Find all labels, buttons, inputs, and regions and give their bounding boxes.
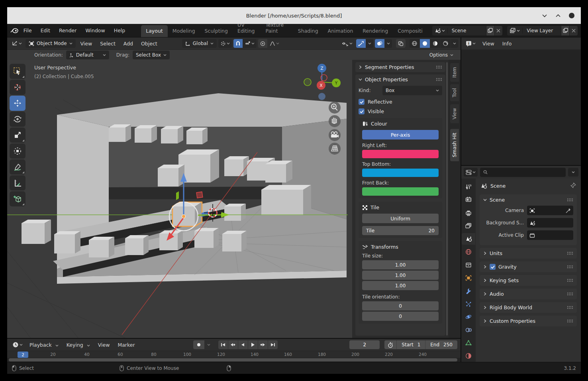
colour-header[interactable]: Colour [362, 121, 439, 127]
close-button[interactable] [568, 12, 575, 19]
rigid-body-world-panel[interactable]: Rigid Body World [480, 302, 577, 313]
shading-material-button[interactable] [430, 39, 440, 48]
menu-info-view[interactable]: View [479, 39, 498, 48]
top-bottom-color-field[interactable] [362, 169, 439, 177]
viewport-canvas[interactable]: User Perspective (2) Collection | Cube.0… [7, 60, 461, 338]
zoom-button[interactable] [329, 102, 341, 114]
end-frame-field[interactable]: End 250 [425, 340, 457, 349]
tab-particles[interactable] [462, 298, 475, 310]
menu-render[interactable]: Render [55, 26, 81, 35]
properties-filter-button[interactable] [568, 168, 578, 177]
menu-timeline-view[interactable]: View [95, 341, 113, 349]
gravity-panel[interactable]: Gravity [480, 261, 577, 272]
menu-help[interactable]: Help [110, 26, 129, 35]
reflective-checkbox-row[interactable]: Reflective [359, 99, 442, 105]
background-scene-field[interactable] [527, 218, 573, 228]
scene-name[interactable]: Scene [448, 28, 486, 33]
menu-window[interactable]: Window [81, 26, 109, 35]
view-layer-remove-button[interactable] [569, 26, 578, 35]
snap-settings-button[interactable] [243, 39, 257, 48]
properties-search[interactable] [480, 168, 566, 177]
tool-cursor[interactable] [10, 80, 25, 95]
properties-editor-type-button[interactable] [464, 168, 478, 177]
start-frame-field[interactable]: Start 1 [396, 340, 425, 349]
proportional-edit-button[interactable] [258, 39, 267, 48]
gizmos-settings-button[interactable] [366, 39, 373, 48]
scene-panel-header[interactable]: Scene [483, 197, 573, 203]
pin-button[interactable] [570, 183, 576, 189]
drag-grip[interactable] [436, 78, 442, 81]
per-axis-button[interactable]: Per-axis [362, 130, 439, 139]
tab-modifiers[interactable] [462, 285, 475, 297]
shading-wireframe-button[interactable] [410, 39, 419, 48]
snap-toggle-button[interactable] [233, 39, 243, 48]
gravity-checkbox[interactable] [490, 264, 496, 270]
workspace-tab-layout[interactable]: Layout [141, 25, 168, 37]
tab-collection[interactable] [462, 259, 475, 271]
previous-keyframe-button[interactable] [228, 340, 238, 349]
drag-grip[interactable] [567, 279, 573, 282]
tab-render[interactable] [462, 194, 475, 206]
minimize-button[interactable] [541, 12, 548, 19]
tab-data[interactable] [462, 337, 475, 349]
active-clip-field[interactable] [527, 230, 573, 240]
overlays-toggle-button[interactable] [375, 39, 384, 48]
menu-file[interactable]: File [20, 26, 36, 35]
snap-target-button[interactable] [218, 39, 232, 48]
eyedropper-icon[interactable] [566, 208, 571, 213]
workspace-tab-shading[interactable]: Shading [293, 25, 323, 37]
axis-ball-negz[interactable] [318, 93, 325, 100]
front-back-color-field[interactable] [362, 187, 439, 196]
uniform-button[interactable]: Uniform [362, 214, 439, 223]
play-button[interactable] [248, 340, 258, 349]
drag-grip[interactable] [567, 306, 573, 309]
gizmos-toggle-button[interactable] [356, 39, 366, 48]
xray-toggle-button[interactable] [396, 39, 406, 48]
sidebar-tab-view[interactable]: View [450, 104, 459, 123]
blender-logo-icon[interactable] [10, 27, 19, 34]
timeline-ruler[interactable]: 2 20 40 60 80 100 120 140 160 180 200 22… [7, 351, 461, 358]
units-panel[interactable]: Units [480, 248, 577, 259]
auto-keying-button[interactable] [193, 340, 204, 349]
visible-checkbox[interactable] [359, 108, 365, 114]
view-layer-browse-button[interactable] [507, 28, 523, 33]
pan-button[interactable] [329, 115, 341, 127]
tile-slider[interactable]: Tile 20 [362, 226, 439, 235]
proportional-falloff-button[interactable] [268, 39, 281, 48]
tool-scale[interactable] [10, 128, 25, 143]
drag-grip[interactable] [567, 292, 573, 296]
tab-scene[interactable] [462, 233, 475, 245]
next-keyframe-button[interactable] [258, 340, 268, 349]
view-layer-name[interactable]: View Layer [523, 28, 561, 33]
tab-material[interactable] [462, 350, 475, 362]
visible-checkbox-row[interactable]: Visible [359, 108, 442, 114]
keying-sets-panel[interactable]: Keying Sets [480, 275, 577, 286]
tab-world[interactable] [462, 246, 475, 258]
view-layer-new-button[interactable] [561, 26, 569, 35]
sidebar-tab-tool[interactable]: Tool [450, 84, 459, 101]
search-input[interactable] [490, 169, 563, 175]
reflective-checkbox[interactable] [359, 99, 365, 105]
sidebar-tab-smash-hit[interactable]: Smash Hit [450, 129, 459, 161]
drag-setting-dropdown[interactable]: Select Box [133, 51, 170, 59]
menu-keying[interactable]: Keying [63, 341, 93, 349]
shading-rendered-button[interactable] [441, 39, 451, 48]
info-log-area[interactable] [461, 49, 581, 165]
drag-grip[interactable] [567, 251, 573, 255]
tile-orientation-y-field[interactable]: 0 [362, 312, 439, 321]
tile-size-z-field[interactable]: 1.00 [362, 281, 439, 290]
tab-output[interactable] [462, 207, 475, 219]
menu-info-info[interactable]: Info [499, 39, 515, 48]
tile-orientation-x-field[interactable]: 0 [362, 301, 439, 310]
previous-frame-button[interactable] [238, 340, 248, 349]
tool-annotate[interactable] [10, 159, 25, 175]
tool-add-cube[interactable] [10, 191, 25, 206]
audio-panel[interactable]: Audio [480, 289, 577, 299]
tab-physics[interactable] [462, 311, 475, 323]
object-properties-header[interactable]: Object Properties [359, 77, 442, 82]
drag-grip[interactable] [436, 65, 442, 69]
menu-object[interactable]: Object [138, 39, 161, 48]
tool-move[interactable] [10, 96, 25, 111]
current-frame-field[interactable]: 2 [349, 340, 380, 349]
info-editor-type-button[interactable]: i [464, 39, 478, 48]
